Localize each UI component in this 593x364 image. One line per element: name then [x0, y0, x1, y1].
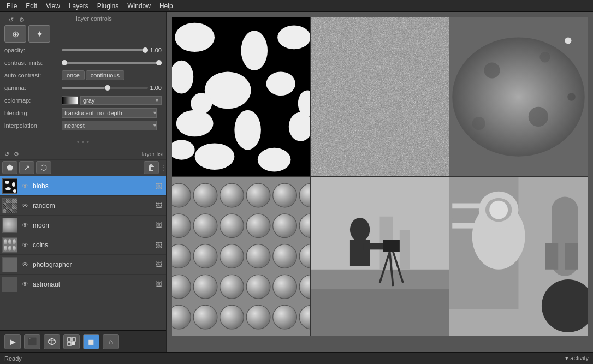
svg-point-20 [234, 110, 261, 150]
blending-select[interactable]: translucent_no_depth translucent additiv… [62, 108, 157, 118]
layer-path-tool-button[interactable]: ↗ [19, 161, 34, 174]
canvas-photographer [311, 177, 449, 336]
layer-refresh-icon[interactable]: ↺ [2, 150, 11, 158]
auto-contrast-continuous-button[interactable]: continuous [86, 70, 124, 80]
svg-point-34 [567, 93, 576, 101]
auto-contrast-label: auto-contrast: [4, 72, 62, 79]
svg-point-31 [539, 52, 550, 62]
colormap-container: gray viridis hot jet ▼ [62, 96, 162, 105]
left-panel: ↺ ⚙ layer controls ⊕ ✦ opacity: 1.00 [0, 12, 167, 352]
svg-rect-75 [383, 240, 400, 252]
auto-contrast-buttons: once continuous [62, 70, 124, 80]
menu-view[interactable]: View [41, 1, 64, 11]
colormap-select[interactable]: gray viridis hot jet [80, 96, 162, 105]
2d-view-button[interactable]: ⬛ [24, 334, 40, 349]
main-area: ↺ ⚙ layer controls ⊕ ✦ opacity: 1.00 [0, 12, 593, 352]
blending-select-wrapper: translucent_no_depth translucent additiv… [62, 108, 157, 118]
settings-icon[interactable]: ⚙ [17, 15, 26, 24]
svg-point-89 [489, 201, 508, 219]
menu-help[interactable]: Help [155, 1, 177, 11]
gamma-slider[interactable] [62, 84, 148, 92]
layer-row-moon[interactable]: 👁 moon 🖼 [0, 216, 166, 235]
layer-visibility-moon[interactable]: 👁 [20, 220, 31, 231]
blobs-svg [172, 17, 310, 176]
layer-polygon-tool-button[interactable]: ⬡ [36, 161, 51, 174]
activity-button[interactable]: ▾ activity [565, 355, 589, 362]
divider: • • • [0, 138, 166, 146]
3d-view-button[interactable] [44, 334, 60, 349]
console-button[interactable]: ▶ [4, 334, 21, 349]
menu-edit[interactable]: Edit [21, 1, 41, 11]
canvas-astronaut [449, 177, 588, 336]
svg-point-38 [193, 183, 217, 207]
layer-visibility-blobs[interactable]: 👁 [20, 181, 31, 192]
layer-list-section: ↺ ⚙ layer list ⬟ ↗ ⬡ 🗑 ⋮ [0, 148, 166, 330]
moon-svg [449, 17, 588, 176]
layer-controls-section: ↺ ⚙ layer controls ⊕ ✦ opacity: 1.00 [0, 12, 166, 135]
menu-layers[interactable]: Layers [64, 1, 93, 11]
canvas-blobs [172, 17, 310, 176]
menu-plugins[interactable]: Plugins [93, 1, 123, 11]
menu-file[interactable]: File [2, 1, 21, 11]
svg-rect-8 [68, 338, 71, 341]
layer-controls-title: layer controls [28, 15, 159, 22]
interpolation-select-wrapper: nearest linear cubic [62, 121, 157, 130]
layer-visibility-random[interactable]: 👁 [20, 200, 31, 211]
layer-list-resize-handle[interactable]: ⋮ [161, 164, 164, 171]
interpolation-select[interactable]: nearest linear cubic [62, 121, 157, 130]
layer-visibility-astronaut[interactable]: 👁 [20, 279, 31, 290]
layer-name-moon: moon [33, 222, 154, 229]
menu-window[interactable]: Window [123, 1, 155, 11]
blending-label: blending: [4, 110, 62, 116]
layer-name-astronaut: astronaut [33, 281, 154, 288]
refresh-icon[interactable]: ↺ [7, 15, 15, 24]
contrast-row: contrast limits: [4, 57, 162, 68]
svg-point-53 [273, 244, 297, 268]
image-canvas-grid [172, 17, 588, 336]
canvas-area[interactable] [167, 12, 593, 352]
square-view-button[interactable]: ◼ [83, 334, 99, 349]
layer-thumbnail-random [2, 198, 17, 213]
layer-visibility-coins[interactable]: 👁 [20, 240, 31, 250]
auto-contrast-once-button[interactable]: once [62, 70, 85, 80]
svg-point-15 [277, 26, 310, 50]
coins-svg [172, 177, 310, 336]
bottom-toolbar: ▶ ⬛ ◼ ⌂ [0, 330, 166, 352]
svg-point-40 [246, 183, 270, 207]
home-button[interactable]: ⌂ [103, 334, 119, 349]
svg-point-1 [5, 181, 9, 184]
colormap-swatch [62, 96, 78, 105]
gamma-row: gamma: 1.00 [4, 82, 162, 93]
photographer-svg [311, 177, 449, 336]
opacity-row: opacity: 1.00 [4, 45, 162, 56]
layer-row-astronaut[interactable]: 👁 astronaut 🖼 [0, 275, 166, 294]
svg-point-56 [193, 275, 217, 299]
status-bar: Ready ▾ activity [0, 352, 593, 364]
layer-row-photographer[interactable]: 👁 photographer 🖼 [0, 255, 166, 275]
layer-name-blobs: blobs [33, 182, 154, 190]
layer-row-blobs[interactable]: 👁 blobs 🖼 [0, 176, 166, 196]
colormap-row: colormap: gray viridis hot jet ▼ [4, 95, 162, 106]
canvas-moon [449, 17, 588, 176]
svg-point-3 [5, 187, 11, 190]
move-tool-button[interactable]: ⊕ [4, 25, 26, 43]
layer-row-coins[interactable]: 👁 coins 🖼 [0, 235, 166, 255]
layer-delete-button[interactable]: 🗑 [144, 161, 159, 174]
layer-thumbnail-astronaut [2, 277, 17, 292]
grid-view-button[interactable] [63, 334, 80, 349]
contrast-slider[interactable] [62, 59, 162, 67]
select-tool-button[interactable]: ✦ [28, 25, 50, 43]
layer-shape-tool-button[interactable]: ⬟ [2, 161, 17, 174]
svg-point-51 [220, 244, 244, 268]
layer-settings-icon[interactable]: ⚙ [12, 150, 21, 158]
layer-row-random[interactable]: 👁 random 🖼 [0, 196, 166, 216]
opacity-slider[interactable] [62, 46, 148, 54]
svg-rect-79 [311, 289, 449, 336]
svg-point-32 [529, 107, 548, 127]
blending-row: blending: translucent_no_depth transluce… [4, 108, 162, 118]
svg-point-29 [452, 37, 585, 156]
layer-visibility-photographer[interactable]: 👁 [20, 259, 31, 270]
opacity-label: opacity: [4, 47, 62, 53]
gamma-label: gamma: [4, 85, 62, 91]
svg-rect-11 [72, 342, 75, 345]
